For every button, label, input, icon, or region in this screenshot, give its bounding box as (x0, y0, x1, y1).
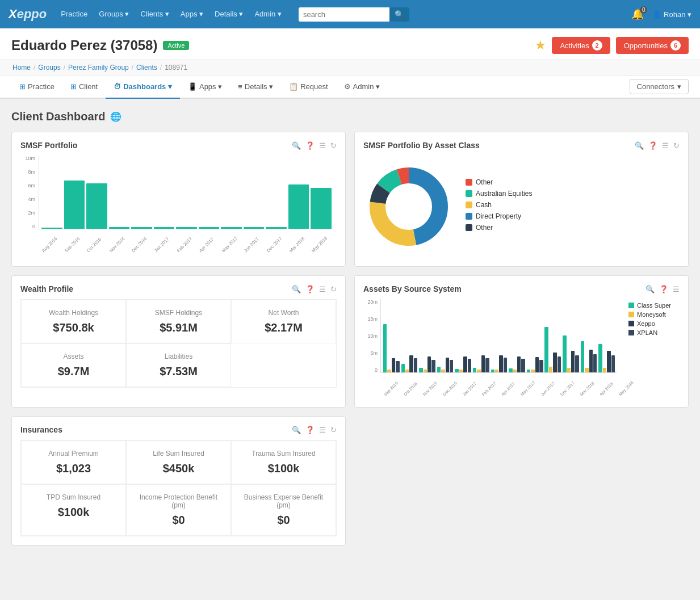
wealth-header: Wealth Profile 🔍 ❓ ☰ ↻ (20, 284, 337, 293)
assets-cell: Assets $9.7M (21, 343, 126, 387)
smsf-bar-chart: 10m8m6m4m2m0 (20, 156, 337, 255)
legend-direct-property: Direct Property (466, 212, 532, 220)
refresh-icon[interactable]: ↻ (330, 141, 337, 150)
breadcrumb-groups[interactable]: Groups (38, 64, 60, 72)
bar-may2017 (221, 227, 242, 229)
bar-nov2016 (109, 227, 130, 229)
bar-dec2017 (266, 227, 287, 229)
refresh-icon2[interactable]: ↻ (673, 141, 680, 150)
nav-practice[interactable]: Practice (55, 0, 93, 28)
nav-apps[interactable]: Apps ▾ (175, 0, 209, 28)
insurances-title: Insurances (20, 425, 62, 434)
zoom-icon3[interactable]: 🔍 (292, 285, 301, 293)
list-icon5[interactable]: ☰ (319, 426, 326, 434)
list-icon4[interactable]: ☰ (673, 285, 680, 293)
legend-au-equities: Australian Equities (466, 190, 532, 198)
legend-moneysoft: Moneysoft (628, 311, 680, 318)
subnav-admin[interactable]: ⚙ Admin ▾ (336, 75, 388, 99)
trauma-sum-label: Trauma Sum Insured (240, 450, 327, 458)
wealth-holdings-cell: Wealth Holdings $750.8k (21, 300, 126, 343)
life-sum-cell: Life Sum Insured $450k (126, 440, 231, 484)
zoom-icon5[interactable]: 🔍 (292, 426, 301, 434)
income-protection-cell: Income Protection Benefit (pm) $0 (126, 484, 231, 536)
search-button[interactable]: 🔍 (389, 7, 409, 22)
search-input[interactable] (299, 7, 389, 22)
business-expense-label: Business Expense Benefit (pm) (240, 493, 327, 509)
donut-chart (363, 161, 454, 252)
sub-nav: ⊞ Practice ⊞ Client ⏱ Dashboards ▾ 📱 App… (0, 75, 700, 99)
subnav-client[interactable]: ⊞ Client (62, 75, 106, 99)
assets-source-card: Assets By Source System 🔍 ❓ ☰ 20m15m10m5… (354, 275, 689, 408)
breadcrumb-home[interactable]: Home (12, 64, 31, 72)
wealth-title: Wealth Profile (20, 284, 73, 293)
trauma-sum-value: $100k (240, 462, 327, 475)
notification-count: 0 (640, 6, 648, 14)
nav-details[interactable]: Details ▾ (209, 0, 249, 28)
smsf-asset-class-card: SMSF Portfolio By Asset Class 🔍 ❓ ☰ ↻ (354, 132, 689, 267)
business-expense-value: $0 (240, 514, 327, 527)
zoom-icon[interactable]: 🔍 (292, 141, 301, 150)
breadcrumb-sep3: / (132, 64, 133, 72)
subnav-dashboards[interactable]: ⏱ Dashboards ▾ (106, 75, 180, 99)
liabilities-label: Liabilities (135, 353, 222, 360)
insurance-grid: Annual Premium $1,023 Life Sum Insured $… (20, 440, 337, 536)
legend-other2: Other (466, 224, 532, 232)
main-content: Client Dashboard 🌐 SMSF Portfolio 🔍 ❓ ☰ … (0, 99, 700, 600)
bar-feb2017 (176, 227, 197, 229)
breadcrumb-clients[interactable]: Clients (136, 64, 157, 72)
subnav-apps[interactable]: 📱 Apps ▾ (180, 75, 230, 99)
liabilities-cell: Liabilities $7.53M (126, 343, 231, 387)
breadcrumb-group-name[interactable]: Perez Family Group (68, 64, 129, 72)
income-protection-value: $0 (135, 514, 222, 527)
net-worth-label: Net Worth (240, 309, 327, 317)
list-icon2[interactable]: ☰ (662, 141, 669, 150)
logo[interactable]: Xeppo (9, 7, 47, 22)
subnav-practice[interactable]: ⊞ Practice (11, 75, 62, 99)
trauma-sum-cell: Trauma Sum Insured $100k (231, 440, 336, 484)
notifications[interactable]: 🔔 0 (631, 8, 644, 20)
connectors-button[interactable]: Connectors ▾ (630, 79, 689, 94)
legend-xplan: XPLAN (628, 329, 680, 336)
subnav-request[interactable]: 📋 Request (281, 75, 336, 99)
list-icon3[interactable]: ☰ (319, 285, 326, 293)
bar-dec2016 (131, 227, 152, 229)
info-icon5[interactable]: ❓ (305, 426, 315, 434)
breadcrumb-sep4: / (160, 64, 162, 72)
smsf-portfolio-card: SMSF Portfolio 🔍 ❓ ☰ ↻ 10m8m6m4m2m0 (11, 132, 346, 267)
wealth-icons: 🔍 ❓ ☰ ↻ (292, 285, 337, 293)
opportunities-button[interactable]: Opportunities 6 (616, 37, 689, 54)
star-icon[interactable]: ★ (535, 38, 546, 53)
wealth-grid: Wealth Holdings $750.8k SMSF Holdings $5… (20, 299, 337, 388)
nav-admin[interactable]: Admin ▾ (249, 0, 287, 28)
dashboard-grid: SMSF Portfolio 🔍 ❓ ☰ ↻ 10m8m6m4m2m0 (11, 132, 689, 546)
list-icon[interactable]: ☰ (319, 141, 326, 150)
user-menu[interactable]: 👤 Rohan ▾ (652, 10, 691, 19)
wealth-holdings-value: $750.8k (30, 321, 117, 334)
asset-class-header: SMSF Portfolio By Asset Class 🔍 ❓ ☰ ↻ (363, 141, 680, 150)
info-icon[interactable]: ❓ (305, 141, 315, 150)
nav-clients[interactable]: Clients ▾ (135, 0, 174, 28)
activities-button[interactable]: Activities 2 (552, 37, 610, 54)
legend-class-super: Class Super (628, 302, 680, 309)
annual-premium-value: $1,023 (30, 462, 117, 475)
zoom-icon4[interactable]: 🔍 (645, 285, 655, 293)
info-icon2[interactable]: ❓ (648, 141, 657, 150)
breadcrumb-sep2: / (64, 64, 65, 72)
bar-apr2017 (199, 227, 220, 229)
bar-sep2016 (64, 181, 85, 229)
assets-label: Assets (30, 353, 117, 360)
grouped-bar-chart: 20m15m10m5m0 (363, 299, 620, 398)
refresh-icon3[interactable]: ↻ (330, 285, 337, 293)
subnav-details[interactable]: ≡ Details ▾ (230, 75, 281, 99)
client-title: Eduardo Perez (37058) Active (11, 37, 189, 53)
annual-premium-label: Annual Premium (30, 450, 117, 458)
zoom-icon2[interactable]: 🔍 (635, 141, 644, 150)
top-nav: Xeppo Practice Groups ▾ Clients ▾ Apps ▾… (0, 0, 700, 28)
nav-groups[interactable]: Groups ▾ (93, 0, 135, 28)
bar-oct2016 (86, 183, 107, 229)
info-icon3[interactable]: ❓ (305, 285, 315, 293)
svg-point-5 (386, 184, 431, 229)
refresh-icon5[interactable]: ↻ (330, 426, 337, 434)
info-icon4[interactable]: ❓ (659, 285, 668, 293)
nav-right: 🔔 0 👤 Rohan ▾ (631, 8, 691, 20)
